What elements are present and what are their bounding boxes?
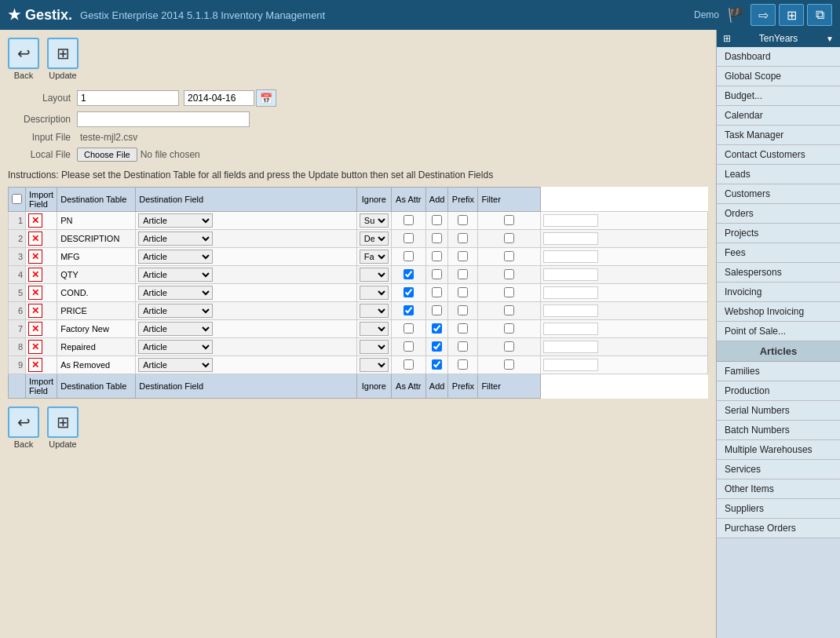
filter-input[interactable] xyxy=(543,341,598,353)
prefix-checkbox[interactable] xyxy=(504,287,514,297)
sidebar-item-purchase-orders[interactable]: Purchase Orders xyxy=(717,519,840,538)
sidebar-item-production[interactable]: Production xyxy=(717,381,840,401)
import-field-input[interactable] xyxy=(60,287,133,298)
add-checkbox[interactable] xyxy=(458,287,468,297)
filter-input[interactable] xyxy=(543,232,598,245)
ignore-checkbox[interactable] xyxy=(404,215,414,225)
import-field-input[interactable] xyxy=(60,233,133,244)
as_attr-checkbox[interactable] xyxy=(432,323,442,334)
dest-field-select[interactable]: Supplier Code (80)Description (80)Family… xyxy=(360,322,389,336)
dest-table-select[interactable]: ArticleContactOrder xyxy=(138,268,213,282)
sidebar-item-global-scope[interactable]: Global Scope xyxy=(717,67,840,86)
sidebar-item-budget[interactable]: Budget... xyxy=(717,86,840,106)
delete-row-button[interactable]: ✕ xyxy=(28,232,42,246)
sidebar-item-orders[interactable]: Orders xyxy=(717,204,840,224)
add-checkbox[interactable] xyxy=(458,215,468,225)
delete-row-button[interactable]: ✕ xyxy=(28,358,42,372)
as_attr-checkbox[interactable] xyxy=(432,251,442,261)
sidebar-item-families[interactable]: Families xyxy=(717,362,840,381)
dest-table-select[interactable]: ArticleContactOrder xyxy=(138,340,213,354)
add-checkbox[interactable] xyxy=(458,233,468,243)
update-button-bottom[interactable]: ⊞ Update xyxy=(47,406,79,449)
add-checkbox[interactable] xyxy=(458,269,468,279)
ignore-checkbox[interactable] xyxy=(404,233,414,243)
filter-input[interactable] xyxy=(543,286,598,299)
ignore-checkbox[interactable] xyxy=(404,251,414,261)
dest-field-select[interactable]: Supplier Code (80)Description (80)Family… xyxy=(360,268,389,282)
sidebar-item-other-items[interactable]: Other Items xyxy=(717,479,840,499)
sidebar-item-webshop-invoicing[interactable]: Webshop Invoicing xyxy=(717,302,840,322)
filter-input[interactable] xyxy=(543,304,598,317)
sidebar-item-suppliers[interactable]: Suppliers xyxy=(717,499,840,519)
prefix-checkbox[interactable] xyxy=(504,305,514,315)
delete-row-button[interactable]: ✕ xyxy=(28,286,42,300)
add-checkbox[interactable] xyxy=(458,305,468,315)
ignore-checkbox[interactable] xyxy=(404,287,414,297)
calendar-button[interactable]: 📅 xyxy=(256,89,276,107)
delete-row-button[interactable]: ✕ xyxy=(28,322,42,336)
dest-field-select[interactable]: Supplier Code (80)Description (80)Family… xyxy=(360,358,389,372)
sidebar-item-salespersons[interactable]: Salespersons xyxy=(717,263,840,283)
delete-row-button[interactable]: ✕ xyxy=(28,213,42,228)
delete-row-button[interactable]: ✕ xyxy=(28,268,42,282)
layout-input[interactable] xyxy=(77,90,179,106)
description-input[interactable] xyxy=(77,111,250,127)
clone-button[interactable]: ⧉ xyxy=(807,4,832,26)
import-field-input[interactable] xyxy=(60,215,133,226)
sidebar-item-fees[interactable]: Fees xyxy=(717,243,840,263)
prefix-checkbox[interactable] xyxy=(504,215,514,225)
sidebar-item-invoicing[interactable]: Invoicing xyxy=(717,283,840,302)
import-field-input[interactable] xyxy=(60,323,133,334)
prefix-checkbox[interactable] xyxy=(504,233,514,243)
dest-table-select[interactable]: ArticleContactOrder xyxy=(138,213,213,228)
back-button[interactable]: ↩ Back xyxy=(8,38,39,80)
date-input[interactable] xyxy=(184,90,254,106)
prefix-checkbox[interactable] xyxy=(504,323,514,334)
ignore-checkbox[interactable] xyxy=(404,341,414,352)
sidebar-item-task-manager[interactable]: Task Manager xyxy=(717,126,840,145)
add-checkbox[interactable] xyxy=(458,341,468,352)
as_attr-checkbox[interactable] xyxy=(432,287,442,297)
add-checkbox[interactable] xyxy=(458,251,468,261)
dest-table-select[interactable]: ArticleContactOrder xyxy=(138,250,213,264)
sidebar-item-services[interactable]: Services xyxy=(717,460,840,479)
prefix-checkbox[interactable] xyxy=(504,359,514,370)
dest-table-select[interactable]: ArticleContactOrder xyxy=(138,358,213,372)
sidebar-item-batch-numbers[interactable]: Batch Numbers xyxy=(717,421,840,440)
sidebar-item-calendar[interactable]: Calendar xyxy=(717,106,840,126)
filter-input[interactable] xyxy=(543,250,598,263)
update-button[interactable]: ⊞ Update xyxy=(47,38,79,80)
select-all-checkbox[interactable] xyxy=(12,194,22,204)
sidebar-item-point-of-sale[interactable]: Point of Sale... xyxy=(717,322,840,341)
ignore-checkbox[interactable] xyxy=(404,269,414,279)
ignore-checkbox[interactable] xyxy=(404,359,414,370)
delete-row-button[interactable]: ✕ xyxy=(28,304,42,318)
add-checkbox[interactable] xyxy=(458,323,468,334)
add-checkbox[interactable] xyxy=(458,359,468,370)
dest-field-select[interactable]: Supplier Code (80)Description (80)Family… xyxy=(360,340,389,354)
as_attr-checkbox[interactable] xyxy=(432,305,442,315)
choose-file-button[interactable]: Choose File xyxy=(77,148,137,162)
dest-table-select[interactable]: ArticleContactOrder xyxy=(138,304,213,318)
ignore-checkbox[interactable] xyxy=(404,323,414,334)
ignore-checkbox[interactable] xyxy=(404,305,414,315)
exit-button[interactable]: ⇨ xyxy=(751,4,776,26)
sidebar-item-multiple-warehouses[interactable]: Multiple Warehouses xyxy=(717,440,840,460)
dest-field-select[interactable]: Supplier Code (80)Description (80)Family… xyxy=(360,286,389,300)
sidebar-item-leads[interactable]: Leads xyxy=(717,165,840,184)
sidebar-item-projects[interactable]: Projects xyxy=(717,224,840,243)
import-field-input[interactable] xyxy=(60,359,133,370)
import-field-input[interactable] xyxy=(60,269,133,280)
dest-field-select[interactable]: Supplier Code (80)Description (80)Family… xyxy=(360,250,389,264)
as_attr-checkbox[interactable] xyxy=(432,233,442,243)
delete-row-button[interactable]: ✕ xyxy=(28,250,42,264)
dest-field-select[interactable]: Supplier Code (80)Description (80)Family… xyxy=(360,213,389,228)
prefix-checkbox[interactable] xyxy=(504,269,514,279)
filter-input[interactable] xyxy=(543,323,598,335)
dest-table-select[interactable]: ArticleContactOrder xyxy=(138,322,213,336)
as_attr-checkbox[interactable] xyxy=(432,269,442,279)
dest-field-select[interactable]: Supplier Code (80)Description (80)Family… xyxy=(360,304,389,318)
sidebar-item-customers[interactable]: Customers xyxy=(717,184,840,204)
import-field-input[interactable] xyxy=(60,305,133,316)
as_attr-checkbox[interactable] xyxy=(432,359,442,370)
